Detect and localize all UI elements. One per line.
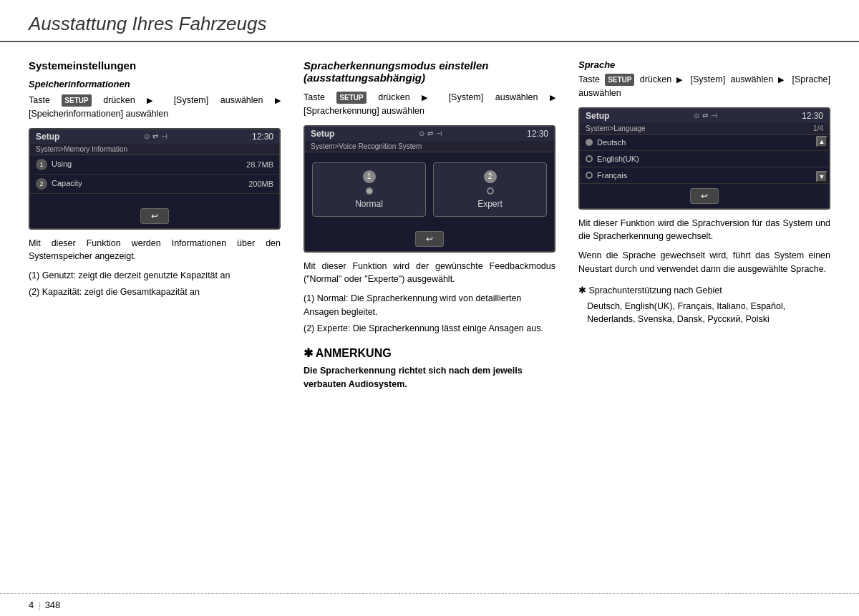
screen-header-3: Setup ⊙ ⇄ ⊣ 12:30 — [580, 109, 829, 123]
lang-list-container: Deutsch English(UK) Français ▲ ▼ — [580, 135, 829, 184]
lang-row-english[interactable]: English(UK) — [580, 151, 829, 167]
col1-section-title: Systemeinstellungen — [29, 59, 281, 72]
col2-desc: Mit dieser Funktion wird der gewünschte … — [304, 260, 555, 287]
screen-memory-info: Setup ⊙ ⇄ ⊣ 12:30 System>Memory Informat… — [29, 128, 281, 230]
note-text-2: (2) Kapazität: zeigt die Gesamtkapazität… — [29, 285, 200, 299]
screen-voice-recognition: Setup ⊙ ⇄ ⊣ 12:30 System>Voice Recogniti… — [304, 125, 555, 253]
screen-icons-1: ⊙ ⇄ ⊣ — [144, 132, 168, 140]
opt-radio-normal — [366, 187, 373, 195]
screen-title-1: Setup — [36, 132, 59, 142]
vr-option-normal[interactable]: 1 Normal — [312, 162, 426, 217]
screen-back-1: ↩ — [30, 204, 279, 228]
screen-icons-3: ⊙ ⇄ ⊣ — [694, 112, 717, 119]
sprachunter-section: ✱ Sprachunterstützung nach Gebiet Deutsc… — [578, 285, 830, 327]
scroll-down-button[interactable]: ▼ — [816, 171, 828, 182]
footer-page-number: 4 | 348 — [29, 600, 60, 610]
setup-badge-2: SETUP — [336, 92, 366, 104]
screen-back-3: ↩ — [580, 184, 829, 208]
col3-section-title: Sprache — [578, 59, 830, 70]
opt-radio-expert — [487, 187, 494, 195]
lang-row-francais[interactable]: Français — [580, 167, 829, 184]
screen-breadcrumb-2: System>Voice Recognition System — [305, 141, 554, 152]
row-value-capacity: 200MB — [248, 180, 273, 188]
page-header: Ausstattung Ihres Fahrzeugs — [0, 0, 859, 42]
col2-section-title: Spracherkennungsmodus einstellen (aussta… — [304, 59, 555, 84]
screen-header-1: Setup ⊙ ⇄ ⊣ 12:30 — [30, 129, 279, 144]
back-button-2[interactable]: ↩ — [415, 231, 444, 247]
page-title: Ausstattung Ihres Fahrzeugs — [29, 13, 830, 35]
screen-row-using: 1Using 28.7MB — [30, 155, 279, 175]
back-button-1[interactable]: ↩ — [140, 208, 169, 224]
lang-row-deutsch[interactable]: Deutsch — [580, 135, 829, 151]
row-num-1: 1 — [36, 159, 47, 170]
vr-options: 1 Normal 2 Expert — [305, 152, 554, 227]
col-voice-recognition: Spracherkennungsmodus einstellen (aussta… — [292, 59, 567, 391]
screen-breadcrumb-1: System>Memory Information — [30, 144, 279, 155]
col1-instruction: Taste SETUP drücken ▶ [System] auswählen… — [29, 94, 281, 121]
note-item-1: (1) Genutzt: zeigt die derzeit genutzte … — [29, 269, 281, 283]
col-system-info: Systemeinstellungen Speicherinformatione… — [29, 59, 292, 391]
lang-label-english: English(UK) — [597, 155, 639, 163]
scroll-buttons: ▲ ▼ — [815, 135, 829, 184]
screen-icons-2: ⊙ ⇄ ⊣ — [419, 129, 442, 137]
screen-breadcrumb-3: System>Language 1/4 — [580, 123, 829, 135]
footer-page-num: 4 — [29, 600, 34, 610]
setup-badge-1: SETUP — [62, 94, 91, 107]
anmerkung-section: ✱ ANMERKUNG Die Spracherkennung richtet … — [304, 346, 555, 391]
page-footer: 4 | 348 — [0, 593, 859, 616]
col1-notes: (1) Genutzt: zeigt die derzeit genutzte … — [29, 269, 281, 299]
screen-row-capacity: 2Capacity 200MB — [30, 175, 279, 194]
lang-label-francais: Français — [597, 171, 627, 180]
col1-subsection-title: Speicherinformationen — [29, 79, 281, 89]
note-text-1: (1) Genutzt: zeigt die derzeit genutzte … — [29, 269, 230, 283]
col2-note-1: (1) Normal: Die Spracherkennung wird von… — [304, 292, 555, 319]
footer-separator: | — [38, 600, 40, 610]
col1-desc: Mit dieser Funktion werden Informationen… — [29, 237, 281, 264]
row-num-2: 2 — [36, 178, 47, 190]
back-button-3[interactable]: ↩ — [690, 188, 719, 204]
screen-title-3: Setup — [586, 111, 609, 121]
col3-desc2: Wenn die Sprache gewechselt wird, führt … — [578, 249, 830, 276]
vr-option-expert[interactable]: 2 Expert — [433, 162, 547, 217]
screen-title-2: Setup — [311, 129, 334, 139]
lang-label-deutsch: Deutsch — [597, 138, 626, 147]
scroll-up-button[interactable]: ▲ — [816, 136, 828, 147]
opt-num-2: 2 — [484, 170, 497, 183]
screen-time-1: 12:30 — [252, 132, 273, 142]
screen-time-3: 12:30 — [802, 111, 823, 121]
col3-desc1: Mit dieser Funktion wird die Sprachversi… — [578, 217, 830, 244]
opt-label-normal: Normal — [355, 199, 383, 209]
screen-header-2: Setup ⊙ ⇄ ⊣ 12:30 — [305, 127, 554, 141]
col2-note-2: (2) Experte: Die Spracherkennung lässt e… — [304, 322, 555, 336]
note-item-2: (2) Kapazität: zeigt die Gesamtkapazität… — [29, 285, 281, 299]
lang-radio-deutsch — [586, 139, 593, 146]
col2-notes: (1) Normal: Die Spracherkennung wird von… — [304, 292, 555, 335]
lang-list: Deutsch, English(UK), Français, Italiano… — [578, 300, 830, 327]
note-sym: ✱ — [578, 285, 586, 295]
anmerkung-body: Die Spracherkennung richtet sich nach de… — [304, 364, 555, 391]
footer-page-sub: 348 — [45, 600, 61, 610]
screen-back-2: ↩ — [305, 227, 554, 251]
col-language: Sprache Taste SETUP drücken ▶ [System] a… — [567, 59, 830, 391]
sprachunter-label: ✱ Sprachunterstützung nach Gebiet — [578, 285, 830, 295]
lang-radio-english — [586, 155, 593, 162]
col2-instruction: Taste SETUP drücken ▶ [System] auswählen… — [304, 91, 555, 118]
content-area: Systemeinstellungen Speicherinformatione… — [0, 42, 859, 406]
anmerkung-title: ✱ ANMERKUNG — [304, 346, 555, 360]
opt-num-1: 1 — [363, 170, 376, 183]
screen-language: Setup ⊙ ⇄ ⊣ 12:30 System>Language 1/4 De… — [578, 107, 830, 210]
screen-time-2: 12:30 — [527, 129, 548, 139]
note-label: Sprachunterstützung nach Gebiet — [588, 285, 722, 295]
row-value-using: 28.7MB — [246, 160, 273, 169]
setup-badge-3: SETUP — [605, 74, 634, 86]
lang-radio-francais — [586, 172, 593, 179]
opt-label-expert: Expert — [477, 199, 503, 209]
col3-instruction: Taste SETUP drücken ▶ [System] auswählen… — [578, 73, 830, 100]
